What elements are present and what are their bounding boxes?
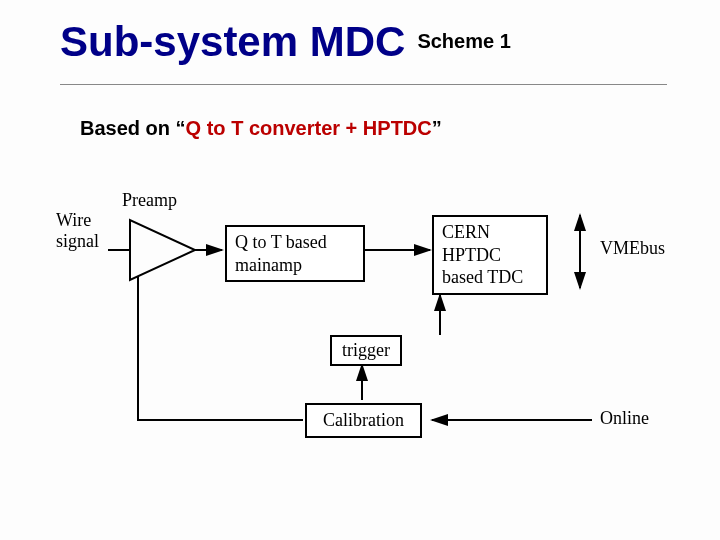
preamp-label: Preamp — [122, 190, 177, 211]
wire-signal-label: Wire signal — [56, 210, 99, 252]
description-suffix: ” — [432, 117, 442, 139]
mainamp-box: Q to T based mainamp — [225, 225, 365, 282]
description-highlight: Q to T converter + HPTDC — [186, 117, 432, 139]
connectors — [0, 160, 720, 500]
trigger-box: trigger — [330, 335, 402, 366]
title-underline — [60, 84, 667, 85]
tdc-box: CERN HPTDC based TDC — [432, 215, 548, 295]
vmebus-label: VMEbus — [600, 238, 665, 259]
page-subtitle: Scheme 1 — [417, 30, 510, 52]
description-prefix: Based on “ — [80, 117, 186, 139]
description: Based on “Q to T converter + HPTDC” — [80, 117, 720, 140]
calibration-box: Calibration — [305, 403, 422, 438]
block-diagram: Wire signal Preamp Q to T based mainamp … — [0, 160, 720, 500]
online-label: Online — [600, 408, 649, 429]
page-title: Sub-system MDC — [60, 18, 405, 65]
